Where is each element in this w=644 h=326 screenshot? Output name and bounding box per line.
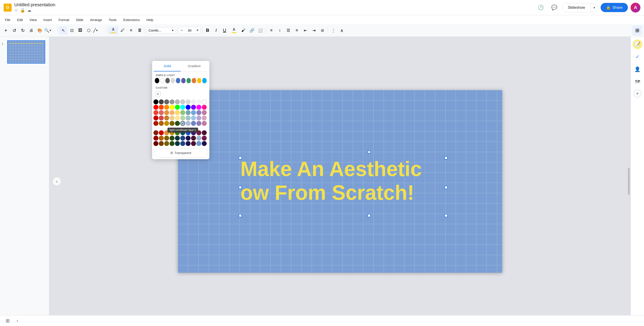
- swatch-1-2[interactable]: [164, 105, 169, 110]
- underline-button[interactable]: U: [220, 27, 228, 35]
- menu-arrange[interactable]: Arrange: [87, 17, 105, 23]
- notes-icon-button[interactable]: 📝: [632, 40, 642, 49]
- italic-button[interactable]: I: [212, 27, 220, 35]
- swatch-2-5[interactable]: [180, 110, 185, 115]
- paint-highlight-button[interactable]: 🖌: [239, 27, 248, 35]
- swatch-2-4[interactable]: [175, 110, 180, 115]
- swatch-0-1[interactable]: [159, 99, 164, 104]
- bullets-button[interactable]: ☰: [284, 27, 292, 35]
- swatch-5-7[interactable]: [191, 130, 196, 135]
- slide-text-element[interactable]: Make An Aestheticow From Scratch!: [240, 157, 422, 205]
- swatch-7-7[interactable]: [191, 141, 196, 146]
- swatch-5-2[interactable]: [164, 130, 169, 135]
- swatch-4-8[interactable]: [196, 121, 201, 126]
- star-icon[interactable]: ☆: [14, 8, 18, 13]
- swatch-0-8[interactable]: [196, 99, 201, 104]
- theme-swatch-2[interactable]: [165, 78, 170, 83]
- swatch-2-6[interactable]: [186, 110, 190, 115]
- swatch-4-1[interactable]: [159, 121, 164, 126]
- theme-swatch-6[interactable]: [186, 78, 191, 83]
- image-tool[interactable]: 🖼: [76, 27, 84, 35]
- nav-prev-button[interactable]: ‹: [53, 177, 61, 185]
- swatch-7-0[interactable]: [154, 141, 158, 146]
- swatch-1-6[interactable]: [186, 105, 190, 110]
- slide-thumbnail-1[interactable]: How To Make An Aesthetic Slideshow From …: [7, 40, 45, 64]
- swatch-7-4[interactable]: [175, 141, 180, 146]
- swatch-3-7[interactable]: [191, 116, 196, 120]
- swatch-6-7[interactable]: [191, 136, 196, 141]
- swatch-1-3[interactable]: [170, 105, 174, 110]
- clear-formatting-button[interactable]: ⊘: [318, 27, 326, 35]
- swatch-7-8[interactable]: [196, 141, 201, 146]
- swatch-1-7[interactable]: [191, 105, 196, 110]
- swatch-3-5[interactable]: [180, 116, 185, 120]
- swatch-6-4[interactable]: [175, 136, 180, 141]
- swatch-1-0[interactable]: [154, 105, 158, 110]
- vertical-scrollbar[interactable]: [628, 168, 630, 195]
- font-size-decrease[interactable]: −: [179, 27, 185, 34]
- swatch-5-9[interactable]: [202, 130, 207, 135]
- swatch-1-9[interactable]: [202, 105, 207, 110]
- swatch-3-0[interactable]: [154, 116, 158, 120]
- check-icon-button[interactable]: ✓: [632, 52, 642, 62]
- menu-file[interactable]: File: [2, 17, 14, 23]
- grid-view-button[interactable]: ⊞: [4, 317, 12, 325]
- slide-canvas[interactable]: Make An Aestheticow From Scratch!: [178, 90, 502, 273]
- slideshow-dropdown-arrow[interactable]: ▾: [591, 3, 598, 12]
- swatch-3-4[interactable]: [175, 116, 180, 120]
- menu-extensions[interactable]: Extensions: [120, 17, 143, 23]
- print-button[interactable]: 🖨: [27, 27, 35, 35]
- swatch-3-8[interactable]: [196, 116, 201, 120]
- drive-icon[interactable]: 🔒: [20, 8, 25, 13]
- share-button[interactable]: 🔒 Share: [600, 3, 628, 12]
- font-size-input[interactable]: [185, 29, 194, 32]
- font-color-button[interactable]: A: [229, 27, 239, 35]
- undo-button[interactable]: ↺: [10, 27, 18, 35]
- transparent-button[interactable]: ⊘ Transparent: [154, 148, 208, 157]
- apps-icon[interactable]: ⊞: [632, 26, 642, 35]
- swatch-7-9[interactable]: [202, 141, 207, 146]
- menu-help[interactable]: Help: [143, 17, 156, 23]
- theme-swatch-3[interactable]: [171, 78, 175, 83]
- theme-swatch-0[interactable]: [155, 78, 159, 83]
- swatch-3-2[interactable]: [164, 116, 169, 120]
- add-panel-button[interactable]: +: [634, 90, 642, 98]
- swatch-7-1[interactable]: [159, 141, 164, 146]
- more-options-button[interactable]: ⋮: [329, 27, 337, 35]
- comment-button[interactable]: 💬: [549, 2, 560, 13]
- swatch-3-1[interactable]: [159, 116, 164, 120]
- handle-mr[interactable]: [444, 186, 448, 189]
- swatch-5-0[interactable]: [154, 130, 158, 135]
- paint-format-button[interactable]: 🎨: [36, 27, 44, 35]
- swatch-0-4[interactable]: [175, 99, 180, 104]
- theme-swatch-9[interactable]: [202, 78, 207, 83]
- swatch-6-8[interactable]: [196, 136, 201, 141]
- border-color-button[interactable]: 🖊: [118, 27, 126, 35]
- swatch-3-6[interactable]: [186, 116, 190, 120]
- rotation-handle[interactable]: [368, 150, 371, 154]
- swatch-6-6[interactable]: [186, 136, 190, 141]
- swatch-5-4[interactable]: [175, 130, 180, 135]
- add-button[interactable]: +: [2, 27, 10, 35]
- swatch-1-1[interactable]: [159, 105, 164, 110]
- map-icon-button[interactable]: 🗺: [632, 77, 642, 87]
- swatch-4-5-selected[interactable]: ✓ light cornflower blue 1: [180, 121, 185, 126]
- swatch-1-4[interactable]: [175, 105, 180, 110]
- theme-swatch-4[interactable]: [176, 78, 180, 83]
- swatch-0-9[interactable]: [202, 99, 207, 104]
- menu-insert[interactable]: Insert: [40, 17, 55, 23]
- swatch-1-8[interactable]: [196, 105, 201, 110]
- swatch-6-2[interactable]: [164, 136, 169, 141]
- select-tool[interactable]: ↖: [59, 27, 67, 35]
- redo-button[interactable]: ↻: [19, 27, 27, 35]
- line-spacing-button[interactable]: ↕: [276, 27, 284, 35]
- handle-br[interactable]: [444, 214, 448, 217]
- swatch-4-7[interactable]: [191, 121, 196, 126]
- swatch-3-9[interactable]: [202, 116, 207, 120]
- menu-slide[interactable]: Slide: [73, 17, 86, 23]
- slideshow-button[interactable]: Slideshow: [562, 3, 591, 12]
- swatch-1-5[interactable]: [180, 105, 185, 110]
- history-button[interactable]: 🕐: [535, 2, 546, 13]
- swatch-2-7[interactable]: [191, 110, 196, 115]
- swatch-7-3[interactable]: [170, 141, 174, 146]
